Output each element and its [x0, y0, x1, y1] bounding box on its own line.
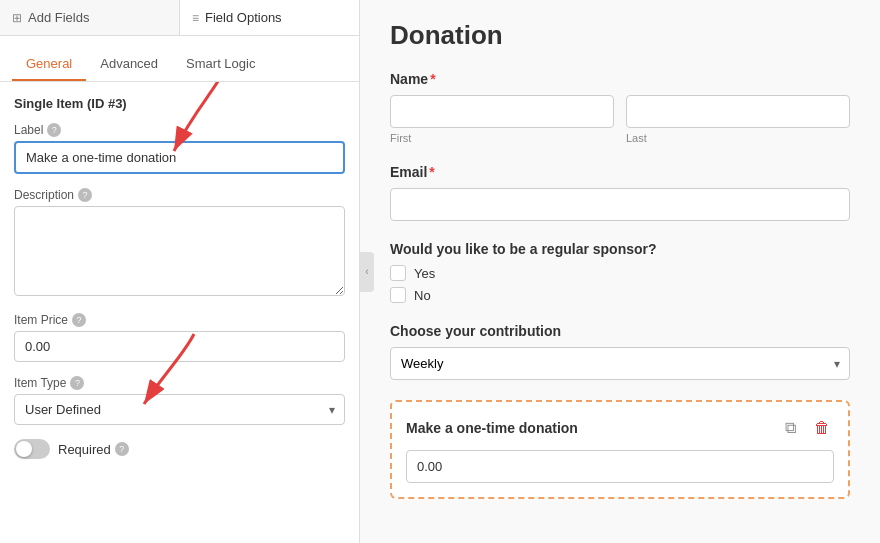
donation-block: Make a one-time donation ⧉ 🗑	[390, 400, 850, 499]
sponsor-field-label: Would you like to be a regular sponsor?	[390, 241, 850, 257]
required-help-icon[interactable]: ?	[115, 442, 129, 456]
checkbox-yes-box[interactable]	[390, 265, 406, 281]
email-input[interactable]	[390, 188, 850, 221]
item-price-label: Item Price ?	[14, 313, 345, 327]
item-type-help-icon[interactable]: ?	[70, 376, 84, 390]
required-toggle[interactable]	[14, 439, 50, 459]
name-inputs: First Last	[390, 95, 850, 144]
required-label: Required ?	[58, 442, 129, 457]
delete-icon[interactable]: 🗑	[810, 416, 834, 440]
tab-advanced[interactable]: Advanced	[86, 48, 172, 81]
tab-add-fields[interactable]: ⊞ Add Fields	[0, 0, 180, 35]
donation-block-header: Make a one-time donation ⧉ 🗑	[406, 416, 834, 440]
checkbox-yes[interactable]: Yes	[390, 265, 850, 281]
item-price-help-icon[interactable]: ?	[72, 313, 86, 327]
item-type-select[interactable]: User Defined Fixed	[14, 394, 345, 425]
name-field-block: Name* First Last	[390, 71, 850, 144]
donation-icons: ⧉ 🗑	[778, 416, 834, 440]
add-fields-icon: ⊞	[12, 11, 22, 25]
description-label: Description ?	[14, 188, 345, 202]
form-content: Single Item (ID #3) Label ?	[0, 82, 359, 543]
first-name-input[interactable]	[390, 95, 614, 128]
label-label: Label ?	[14, 123, 345, 137]
item-price-input[interactable]	[14, 331, 345, 362]
checkbox-no-box[interactable]	[390, 287, 406, 303]
last-name-sublabel: Last	[626, 132, 850, 144]
name-field-label: Name*	[390, 71, 850, 87]
last-name-input[interactable]	[626, 95, 850, 128]
description-group: Description ?	[14, 188, 345, 299]
last-name-group: Last	[626, 95, 850, 144]
required-row: Required ?	[14, 439, 345, 459]
toggle-knob	[16, 441, 32, 457]
first-name-group: First	[390, 95, 614, 144]
item-type-select-wrapper: User Defined Fixed	[14, 394, 345, 425]
tab-general[interactable]: General	[12, 48, 86, 81]
sponsor-field-block: Would you like to be a regular sponsor? …	[390, 241, 850, 303]
field-id: Single Item (ID #3)	[14, 96, 345, 111]
item-type-label: Item Type ?	[14, 376, 345, 390]
tab-field-options[interactable]: ≡ Field Options	[180, 0, 359, 35]
collapse-handle[interactable]: ‹	[360, 252, 374, 292]
description-help-icon[interactable]: ?	[78, 188, 92, 202]
left-panel: ⊞ Add Fields ≡ Field Options General Adv…	[0, 0, 360, 543]
contribution-field-label: Choose your contribution	[390, 323, 850, 339]
right-panel: Donation Name* First Last Email* Would y…	[360, 0, 880, 543]
donation-block-title: Make a one-time donation	[406, 420, 578, 436]
label-group: Label ?	[14, 123, 345, 174]
tab-smart-logic[interactable]: Smart Logic	[172, 48, 269, 81]
checkbox-no[interactable]: No	[390, 287, 850, 303]
field-options-icon: ≡	[192, 11, 199, 25]
contribution-field-block: Choose your contribution Weekly Monthly …	[390, 323, 850, 380]
email-field-label: Email*	[390, 164, 850, 180]
email-field-block: Email*	[390, 164, 850, 221]
top-tabs: ⊞ Add Fields ≡ Field Options	[0, 0, 359, 36]
sponsor-checkbox-group: Yes No	[390, 265, 850, 303]
first-name-sublabel: First	[390, 132, 614, 144]
sub-tabs: General Advanced Smart Logic	[0, 36, 359, 82]
item-type-group: Item Type ? User Defined Fixed	[14, 376, 345, 425]
donation-amount-input[interactable]	[406, 450, 834, 483]
contribution-select[interactable]: Weekly Monthly Yearly	[390, 347, 850, 380]
item-price-group: Item Price ?	[14, 313, 345, 362]
form-title: Donation	[390, 20, 850, 51]
description-textarea[interactable]	[14, 206, 345, 296]
copy-icon[interactable]: ⧉	[778, 416, 802, 440]
label-input[interactable]	[14, 141, 345, 174]
contribution-dropdown-wrapper: Weekly Monthly Yearly	[390, 347, 850, 380]
label-help-icon[interactable]: ?	[47, 123, 61, 137]
